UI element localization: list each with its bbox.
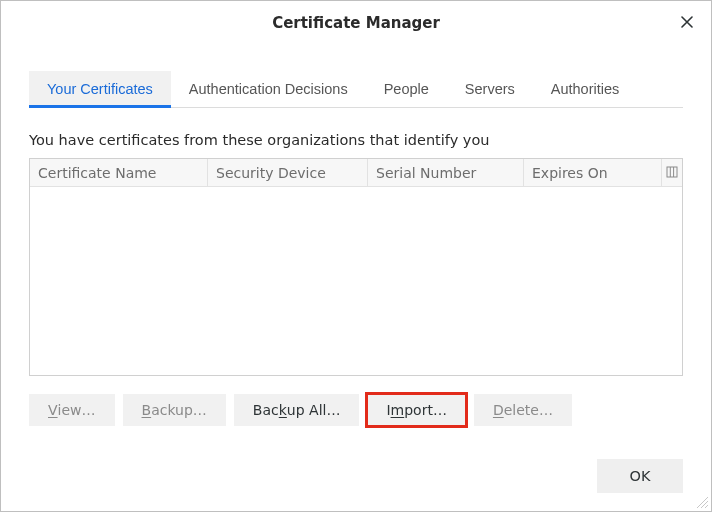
tab-servers[interactable]: Servers xyxy=(447,71,533,107)
column-header-security-device[interactable]: Security Device xyxy=(208,159,368,186)
column-header-certificate-name[interactable]: Certificate Name xyxy=(30,159,208,186)
tab-label: Servers xyxy=(465,81,515,97)
column-picker-button[interactable] xyxy=(662,159,682,186)
certificates-table: Certificate Name Security Device Serial … xyxy=(29,158,683,376)
column-picker-icon xyxy=(666,165,678,181)
tab-label: Authorities xyxy=(551,81,620,97)
svg-line-4 xyxy=(701,501,708,508)
close-button[interactable] xyxy=(673,9,701,37)
window-title: Certificate Manager xyxy=(272,14,440,32)
delete-button: Delete… xyxy=(474,394,572,426)
tab-label: Authentication Decisions xyxy=(189,81,348,97)
action-button-row: View… Backup… Backup All… Import… Delete… xyxy=(29,394,683,426)
backup-all-button[interactable]: Backup All… xyxy=(234,394,360,426)
titlebar: Certificate Manager xyxy=(1,1,711,45)
tab-your-certificates[interactable]: Your Certificates xyxy=(29,71,171,107)
column-header-serial-number[interactable]: Serial Number xyxy=(368,159,524,186)
svg-line-5 xyxy=(705,505,708,508)
tab-bar: Your Certificates Authentication Decisio… xyxy=(29,71,683,108)
certificate-manager-window: Certificate Manager Your Certificates Au… xyxy=(0,0,712,512)
tab-authentication-decisions[interactable]: Authentication Decisions xyxy=(171,71,366,107)
resize-grip-icon[interactable] xyxy=(693,493,709,509)
svg-rect-0 xyxy=(667,167,677,177)
column-header-expires-on[interactable]: Expires On xyxy=(524,159,662,186)
view-button: View… xyxy=(29,394,115,426)
ok-button[interactable]: OK xyxy=(597,459,683,493)
tab-label: Your Certificates xyxy=(47,81,153,97)
import-button[interactable]: Import… xyxy=(367,394,465,426)
content-area: Your Certificates Authentication Decisio… xyxy=(1,45,711,451)
tab-label: People xyxy=(384,81,429,97)
backup-button: Backup… xyxy=(123,394,226,426)
tab-authorities[interactable]: Authorities xyxy=(533,71,638,107)
description-text: You have certificates from these organiz… xyxy=(29,132,683,148)
close-icon xyxy=(681,15,693,31)
dialog-footer: OK xyxy=(1,451,711,511)
tab-people[interactable]: People xyxy=(366,71,447,107)
table-header-row: Certificate Name Security Device Serial … xyxy=(30,159,682,187)
table-body-empty xyxy=(30,187,682,375)
